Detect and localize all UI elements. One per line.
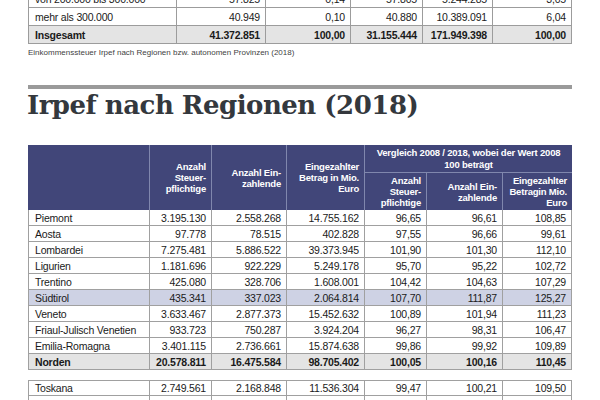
header-comparison-taxpayers: Anzahl Steuer- pflichtige — [365, 173, 427, 210]
value-cell: 107,29 — [503, 274, 572, 290]
value-cell: 3.401.115 — [150, 338, 212, 354]
value-cell: 14.755.162 — [287, 210, 365, 226]
table-row: Aosta97.77878.515402.82897,5596,6699,61 — [28, 226, 572, 242]
value-cell: 2.736.661 — [212, 338, 287, 354]
value-cell: 1.608.001 — [287, 274, 365, 290]
value-cell: 10.389.091 — [423, 8, 493, 26]
value-cell: 99,47 — [365, 380, 427, 396]
value-cell: 15.874.638 — [287, 338, 365, 354]
value-cell: 104,42 — [365, 274, 427, 290]
value-cell: 100,00 — [493, 26, 572, 44]
value-cell: 96,61 — [427, 210, 503, 226]
value-cell: 100,89 — [365, 306, 427, 322]
irpef-regions-table-center: Toskana2.749.5612.168.84811.536.30499,47… — [28, 380, 572, 400]
value-cell: 6,04 — [493, 8, 572, 26]
table-row: Piemont3.195.1302.558.26814.755.16296,65… — [28, 210, 572, 226]
value-cell — [427, 396, 503, 400]
table-row: Toskana2.749.5612.168.84811.536.30499,47… — [28, 380, 572, 396]
value-cell: 933.723 — [150, 322, 212, 338]
header-amount: Eingezahlter Betrag in Mio. Euro — [287, 145, 365, 210]
row-label-cell: Toskana — [28, 380, 150, 396]
value-cell: 5.886.522 — [212, 242, 287, 258]
header-payers: Anzahl Ein- zahlende — [212, 145, 287, 210]
value-cell: 2.168.848 — [212, 380, 287, 396]
value-cell: 40.880 — [351, 8, 423, 26]
value-cell: 402.828 — [287, 226, 365, 242]
value-cell: 110,45 — [503, 354, 572, 370]
value-cell: 96,65 — [365, 210, 427, 226]
table-row: von 200.000 bis 300.00057.8250,1457.8055… — [28, 0, 572, 8]
irpef-regions-table-wrap: Anzahl Steuer- pflichtige Anzahl Ein- za… — [28, 145, 572, 400]
value-cell: 2.749.561 — [150, 380, 212, 396]
value-cell: 111,23 — [503, 306, 572, 322]
row-label-cell: Friaul-Julisch Venetien — [28, 322, 150, 338]
header-comparison-group: Vergleich 2008 / 2018, wobei der Wert 20… — [365, 145, 572, 173]
section-divider-rule — [28, 85, 572, 89]
value-cell: 108,85 — [503, 210, 572, 226]
row-label-cell: Trentino — [28, 274, 150, 290]
value-cell — [150, 396, 212, 400]
value-cell: 95,70 — [365, 258, 427, 274]
value-cell — [365, 396, 427, 400]
value-cell: 109,50 — [503, 380, 572, 396]
table-row: mehr als 300.00040.9490,1040.88010.389.0… — [28, 8, 572, 26]
value-cell: 98.705.402 — [287, 354, 365, 370]
income-brackets-table: von 200.000 bis 300.00057.8250,1457.8055… — [28, 0, 572, 44]
table-row: Südtirol435.341337.0232.064.814107,70111… — [28, 290, 572, 306]
value-cell: 750.287 — [212, 322, 287, 338]
value-cell: 98,31 — [427, 322, 503, 338]
value-cell: 99,86 — [365, 338, 427, 354]
value-cell — [212, 396, 287, 400]
table-row: Insgesamt41.372.851100,0031.155.444171.9… — [28, 26, 572, 44]
value-cell: 922.229 — [212, 258, 287, 274]
table-row: Veneto3.633.4672.877.37315.452.632100,89… — [28, 306, 572, 322]
value-cell: 101,94 — [427, 306, 503, 322]
value-cell: 2.558.268 — [212, 210, 287, 226]
row-label-cell: von 200.000 bis 300.000 — [28, 0, 177, 8]
value-cell — [503, 396, 572, 400]
value-cell: 57.805 — [351, 0, 423, 8]
value-cell: 3.195.130 — [150, 210, 212, 226]
header-comparison-amount: Eingezahlter Betragin Mio. Euro — [503, 173, 572, 210]
value-cell — [287, 396, 365, 400]
value-cell: 109,89 — [503, 338, 572, 354]
row-label-cell: Norden — [28, 354, 150, 370]
value-cell: 31.155.444 — [351, 26, 423, 44]
value-cell: 40.949 — [177, 8, 266, 26]
section-title: Irpef nach Regionen (2018) — [27, 90, 418, 120]
header-comparison-payers: Anzahl Ein- zahlende — [427, 173, 503, 210]
value-cell: 7.275.481 — [150, 242, 212, 258]
header-taxpayers: Anzahl Steuer- pflichtige — [150, 145, 212, 210]
value-cell: 5.249.178 — [287, 258, 365, 274]
value-cell: 3,05 — [493, 0, 572, 8]
value-cell: 100,05 — [365, 354, 427, 370]
value-cell: 95,22 — [427, 258, 503, 274]
value-cell: 99,61 — [503, 226, 572, 242]
value-cell: 2.064.814 — [287, 290, 365, 306]
value-cell: 16.475.584 — [212, 354, 287, 370]
row-label-cell: Veneto — [28, 306, 150, 322]
table-row — [28, 396, 572, 400]
value-cell: 0,14 — [266, 0, 351, 8]
value-cell: 15.452.632 — [287, 306, 365, 322]
table-row: Norden20.578.81116.475.58498.705.402100,… — [28, 354, 572, 370]
value-cell: 20.578.811 — [150, 354, 212, 370]
value-cell: 39.373.945 — [287, 242, 365, 258]
value-cell: 101,30 — [427, 242, 503, 258]
table-row: Trentino425.080328.7061.608.001104,42104… — [28, 274, 572, 290]
value-cell: 107,70 — [365, 290, 427, 306]
value-cell: 0,10 — [266, 8, 351, 26]
value-cell: 111,87 — [427, 290, 503, 306]
table-row: Friaul-Julisch Venetien933.723750.2873.9… — [28, 322, 572, 338]
value-cell: 425.080 — [150, 274, 212, 290]
row-label-cell: mehr als 300.000 — [28, 8, 177, 26]
value-cell: 78.515 — [212, 226, 287, 242]
row-label-cell: Insgesamt — [28, 26, 177, 44]
table-row: Lombardei7.275.4815.886.52239.373.945101… — [28, 242, 572, 258]
value-cell: 96,66 — [427, 226, 503, 242]
row-label-cell — [28, 396, 150, 400]
value-cell: 102,72 — [503, 258, 572, 274]
value-cell: 125,27 — [503, 290, 572, 306]
value-cell: 171.949.398 — [423, 26, 493, 44]
value-cell: 97,55 — [365, 226, 427, 242]
